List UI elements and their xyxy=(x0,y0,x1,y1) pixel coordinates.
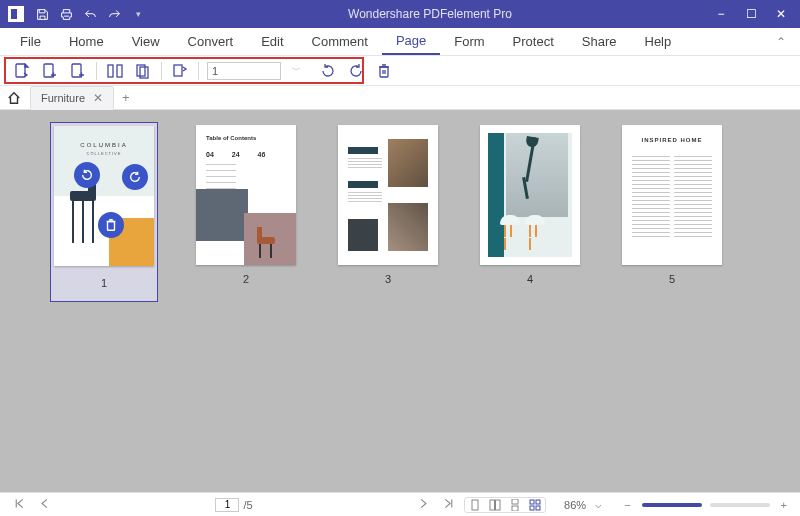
document-tabs: Furniture ✕ + xyxy=(0,86,800,110)
svg-rect-13 xyxy=(512,499,518,504)
split-page-icon[interactable] xyxy=(105,61,125,81)
minimize-button[interactable]: − xyxy=(714,7,728,21)
two-page-view-icon[interactable] xyxy=(487,498,503,512)
window-title: Wondershare PDFelement Pro xyxy=(146,7,714,21)
document-tab-label: Furniture xyxy=(41,92,85,104)
svg-rect-3 xyxy=(108,65,113,77)
thumbnail-trash-icon[interactable] xyxy=(98,212,124,238)
page-thumbnail-1[interactable]: COLUMBIA COLLECTIVE xyxy=(54,126,154,266)
view-mode-buttons xyxy=(464,497,546,513)
svg-rect-14 xyxy=(512,506,518,511)
svg-rect-7 xyxy=(174,65,182,76)
page2-title: Table of Contents xyxy=(206,135,256,141)
prev-page-icon[interactable] xyxy=(35,497,54,512)
thumbnail-rotate-ccw-icon[interactable] xyxy=(74,162,100,188)
document-tab-furniture[interactable]: Furniture ✕ xyxy=(30,86,114,110)
replace-page-icon[interactable] xyxy=(170,61,190,81)
page-thumbnail-slot: INSPIRED HOME 5 xyxy=(618,122,726,480)
page5-title: INSPIRED HOME xyxy=(622,137,722,143)
thumbnail-rotate-cw-icon[interactable] xyxy=(122,164,148,190)
page-toolbar: ﹀ xyxy=(0,56,800,86)
svg-rect-8 xyxy=(380,67,388,77)
last-page-icon[interactable] xyxy=(439,497,458,512)
menu-form[interactable]: Form xyxy=(440,29,498,54)
zoom-in-icon[interactable]: + xyxy=(778,499,790,511)
page-thumbnail-3[interactable] xyxy=(338,125,438,265)
svg-rect-10 xyxy=(472,500,478,510)
first-page-icon[interactable] xyxy=(10,497,29,512)
extract-page-icon[interactable] xyxy=(133,61,153,81)
page-number-label: 5 xyxy=(669,273,675,285)
page-indicator: /5 xyxy=(60,498,408,512)
page-number-label: 4 xyxy=(527,273,533,285)
menu-edit[interactable]: Edit xyxy=(247,29,297,54)
close-tab-icon[interactable]: ✕ xyxy=(93,91,103,105)
undo-icon[interactable] xyxy=(82,6,98,22)
page-number-input[interactable] xyxy=(207,62,281,80)
page-thumbnail-slot: 4 xyxy=(476,122,584,480)
page1-subtitle: COLLECTIVE xyxy=(54,151,154,156)
zoom-out-icon[interactable]: − xyxy=(621,499,633,511)
svg-rect-11 xyxy=(490,500,495,510)
rotate-ccw-icon[interactable] xyxy=(318,61,338,81)
page-thumbnail-slot: COLUMBIA COLLECTIVE 1 xyxy=(50,122,158,302)
titlebar: ▾ Wondershare PDFelement Pro − ☐ ✕ xyxy=(0,0,800,28)
menu-page[interactable]: Page xyxy=(382,28,440,55)
zoom-slider[interactable]: − + xyxy=(621,499,790,511)
page-thumbnail-2[interactable]: Table of Contents 04 24 46 xyxy=(196,125,296,265)
menu-convert[interactable]: Convert xyxy=(174,29,248,54)
menu-share[interactable]: Share xyxy=(568,29,631,54)
maximize-button[interactable]: ☐ xyxy=(744,7,758,21)
statusbar: /5 86% ⌵ − + xyxy=(0,492,800,516)
page-number-label: 3 xyxy=(385,273,391,285)
save-icon[interactable] xyxy=(34,6,50,22)
menu-home[interactable]: Home xyxy=(55,29,118,54)
menu-protect[interactable]: Protect xyxy=(499,29,568,54)
page-thumbnails-area: COLUMBIA COLLECTIVE 1 Table of Contents … xyxy=(0,110,800,492)
menubar: File Home View Convert Edit Comment Page… xyxy=(0,28,800,56)
home-tab-icon[interactable] xyxy=(6,90,22,106)
insert-blank-page-icon[interactable] xyxy=(40,61,60,81)
insert-from-file-icon[interactable] xyxy=(68,61,88,81)
total-pages: /5 xyxy=(243,499,252,511)
svg-rect-0 xyxy=(16,64,25,77)
delete-page-icon[interactable] xyxy=(374,61,394,81)
add-tab-button[interactable]: + xyxy=(122,90,130,105)
svg-rect-18 xyxy=(536,506,540,510)
continuous-view-icon[interactable] xyxy=(507,498,523,512)
page-number-label: 1 xyxy=(101,277,107,289)
menu-help[interactable]: Help xyxy=(631,29,686,54)
print-icon[interactable] xyxy=(58,6,74,22)
svg-rect-15 xyxy=(530,500,534,504)
window-controls: − ☐ ✕ xyxy=(714,7,788,21)
page-number-field[interactable] xyxy=(215,498,239,512)
page-input-chevron-down-icon[interactable]: ﹀ xyxy=(289,64,304,77)
svg-rect-9 xyxy=(108,222,115,231)
quick-access-toolbar: ▾ xyxy=(34,6,146,22)
close-button[interactable]: ✕ xyxy=(774,7,788,21)
next-page-icon[interactable] xyxy=(414,497,433,512)
page-thumbnail-4[interactable] xyxy=(480,125,580,265)
zoom-dropdown-chevron-icon[interactable]: ⌵ xyxy=(592,498,605,511)
menu-view[interactable]: View xyxy=(118,29,174,54)
svg-rect-4 xyxy=(117,65,122,77)
menu-comment[interactable]: Comment xyxy=(298,29,382,54)
app-logo-icon xyxy=(8,6,24,22)
menu-file[interactable]: File xyxy=(6,29,55,54)
svg-rect-16 xyxy=(536,500,540,504)
collapse-ribbon-chevron-up-icon[interactable]: ⌃ xyxy=(776,35,786,49)
qat-customize-chevron-down-icon[interactable]: ▾ xyxy=(130,6,146,22)
svg-rect-12 xyxy=(496,500,501,510)
page-thumbnail-5[interactable]: INSPIRED HOME xyxy=(622,125,722,265)
page-number-label: 2 xyxy=(243,273,249,285)
svg-rect-17 xyxy=(530,506,534,510)
page1-title: COLUMBIA xyxy=(54,142,154,148)
zoom-label: 86% xyxy=(564,499,586,511)
page-thumbnail-slot: 3 xyxy=(334,122,442,480)
insert-page-icon[interactable] xyxy=(12,61,32,81)
thumbnail-view-icon[interactable] xyxy=(527,498,543,512)
single-page-view-icon[interactable] xyxy=(467,498,483,512)
rotate-cw-icon[interactable] xyxy=(346,61,366,81)
redo-icon[interactable] xyxy=(106,6,122,22)
page-thumbnail-slot: Table of Contents 04 24 46 2 xyxy=(192,122,300,480)
